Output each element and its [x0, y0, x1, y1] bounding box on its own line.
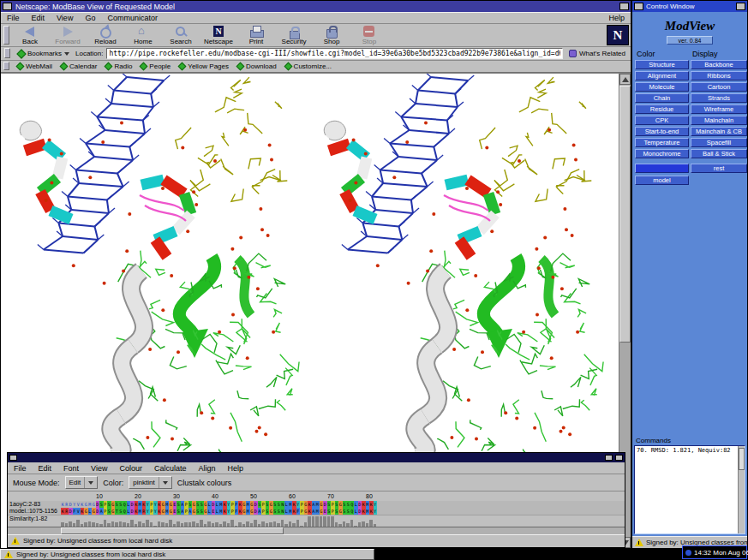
color-button-alignment[interactable]: Alignment — [635, 71, 689, 80]
al-menu-font[interactable]: Font — [57, 463, 85, 474]
al-menu-align[interactable]: Align — [192, 463, 221, 474]
molecule-stereo-view[interactable] — [3, 74, 614, 463]
bookmark-label: Yellow Pages — [188, 63, 229, 70]
control-button-grid: StructureAlignmentMoleculeChainResidueCP… — [634, 60, 745, 158]
search-button[interactable]: Search — [162, 25, 200, 45]
personal-bookmark-radio[interactable]: Radio — [101, 62, 136, 72]
sequence-row[interactable]: model.:1075-1156 KRDFVKGLGDAPSGTSQLDKMRY… — [8, 508, 625, 515]
control-titlebar[interactable]: Control Window — [632, 1, 747, 12]
menu-go[interactable]: Go — [79, 13, 101, 23]
color-button-temperature[interactable]: Temperature — [635, 138, 689, 147]
rest-button[interactable]: rest — [691, 164, 747, 173]
menu-communicator[interactable]: Communicator — [101, 13, 164, 23]
stop-button[interactable]: Stop — [350, 25, 388, 45]
ruler-tick: 70 — [324, 493, 338, 499]
menu-view[interactable]: View — [51, 13, 79, 23]
commands-scrollbar[interactable] — [738, 446, 745, 533]
location-input[interactable] — [106, 48, 563, 59]
toolbar-grip[interactable] — [3, 26, 9, 45]
color-button-start-to-end[interactable]: Start-to-end — [635, 127, 689, 136]
display-button-mainchain-cb[interactable]: Mainchain & CB — [691, 127, 747, 136]
clock[interactable]: 14:32 Mon Aug 06 — [682, 545, 747, 559]
window-menu-icon[interactable] — [3, 3, 12, 10]
scrollbar-thumb[interactable] — [619, 86, 631, 343]
sequence-cells[interactable]: KRDYVKGMGDSPSGSSQLDKMKYPYKGMGESAPSGSSGLD… — [61, 501, 625, 508]
color-button-structure[interactable]: Structure — [635, 60, 689, 69]
forward-button[interactable]: Forward — [49, 25, 87, 45]
scrollbar-thumb[interactable] — [61, 527, 284, 534]
maximize-button[interactable] — [736, 3, 745, 10]
molecule-right[interactable] — [324, 74, 603, 461]
maximize-button[interactable] — [615, 455, 623, 461]
display-button-backbone[interactable]: Backbone — [691, 60, 747, 69]
bookmark-icon — [236, 63, 245, 71]
horizontal-scrollbar[interactable] — [8, 527, 625, 534]
color-button-chain[interactable]: Chain — [635, 93, 689, 103]
display-button-ball-stick[interactable]: Ball & Stick — [691, 149, 747, 158]
bookmarks-button[interactable]: Bookmarks — [15, 48, 72, 59]
bookmark-label: People — [149, 63, 171, 70]
netscape-titlebar[interactable]: Netscape: ModBase View of Requested Mode… — [1, 1, 631, 12]
al-menu-help[interactable]: Help — [221, 463, 249, 474]
reload-button[interactable]: Reload — [87, 25, 124, 45]
display-button-strands[interactable]: Strands — [691, 93, 747, 103]
al-menu-view[interactable]: View — [85, 463, 113, 474]
color-button-monochrome[interactable]: Monochrome — [635, 149, 689, 158]
color-swatch[interactable] — [635, 164, 689, 173]
toolbar-grip[interactable] — [4, 48, 10, 58]
clock-text: 14:32 Mon Aug 06 — [694, 549, 748, 557]
al-menu-file[interactable]: File — [8, 463, 33, 474]
bookmark-label: Radio — [114, 63, 132, 70]
al-menu-edit[interactable]: Edit — [33, 463, 58, 474]
personal-bookmark-people[interactable]: People — [136, 62, 175, 72]
al-menu-calculate[interactable]: Calculate — [148, 463, 193, 474]
security-button[interactable]: Security — [275, 25, 313, 45]
display-button-cartoon[interactable]: Cartoon — [691, 82, 747, 92]
toolbar-grip[interactable] — [3, 62, 9, 70]
personal-bookmark-yellow-pages[interactable]: Yellow Pages — [175, 62, 233, 72]
menu-help[interactable]: Help — [602, 13, 631, 23]
color-button-column: StructureAlignmentMoleculeChainResidueCP… — [635, 60, 689, 158]
scroll-up-arrow-icon[interactable] — [619, 74, 631, 85]
display-button-mainchain[interactable]: Mainchain — [691, 116, 747, 125]
personal-bookmark-calendar[interactable]: Calendar — [57, 62, 101, 72]
netscape-logo[interactable]: N — [607, 25, 629, 45]
model-button[interactable]: model — [635, 176, 689, 185]
personal-bookmark-webmail[interactable]: WebMail — [13, 62, 57, 72]
netscape-button[interactable]: Netscape — [200, 25, 237, 45]
display-button-spacefill[interactable]: Spacefill — [691, 138, 747, 147]
menu-file[interactable]: File — [1, 13, 26, 23]
commands-log[interactable]: 70. RMSD: 1.821, Nequiv:82 — [634, 445, 745, 534]
color-button-residue[interactable]: Residue — [635, 104, 689, 114]
maximize-button[interactable] — [619, 3, 629, 10]
control-title: Control Window — [646, 3, 733, 10]
molecule-left[interactable] — [20, 74, 299, 461]
color-select[interactable]: pinktint — [129, 476, 171, 489]
whats-related-button[interactable]: What's Related — [566, 48, 628, 59]
commands-text: 70. RMSD: 1.821, Nequiv:82 — [637, 447, 731, 454]
sequence-cells[interactable]: KRDFVKGLGDAPSGTSQLDKMRYPYKGMGESAPAGSSGLE… — [61, 508, 625, 515]
display-button-wireframe[interactable]: Wireframe — [691, 104, 747, 114]
color-button-cpk[interactable]: CPK — [635, 116, 689, 125]
window-menu-icon[interactable] — [634, 3, 643, 10]
sequence-row[interactable]: 1aoyC:2-83 KRDYVKGMGDSPSGSSQLDKMKYPYKGMG… — [8, 501, 625, 508]
al-menu-colour[interactable]: Colour — [113, 463, 148, 474]
menu-edit[interactable]: Edit — [26, 13, 51, 23]
netscape-toolbar: Back Forward Reload Home Search Netscape — [1, 24, 631, 47]
home-button[interactable]: Home — [124, 25, 162, 45]
window-menu-icon[interactable] — [9, 455, 17, 461]
color-value: pinktint — [133, 479, 154, 486]
scrollbar-thumb[interactable] — [739, 448, 745, 470]
shop-button[interactable]: Shop — [313, 25, 350, 45]
alignment-titlebar[interactable] — [8, 453, 625, 462]
print-button[interactable]: Print — [237, 25, 275, 45]
back-button[interactable]: Back — [11, 25, 49, 45]
personal-bookmark-customize[interactable]: Customize... — [281, 62, 336, 72]
color-button-molecule[interactable]: Molecule — [635, 82, 689, 92]
netscape-icon — [212, 26, 225, 38]
minimize-button[interactable] — [605, 455, 613, 461]
personal-bookmark-download[interactable]: Download — [233, 62, 281, 72]
display-button-ribbons[interactable]: Ribbons — [691, 71, 747, 80]
ruler-tick: 10 — [93, 493, 106, 499]
mouse-mode-select[interactable]: Edit — [65, 476, 99, 489]
